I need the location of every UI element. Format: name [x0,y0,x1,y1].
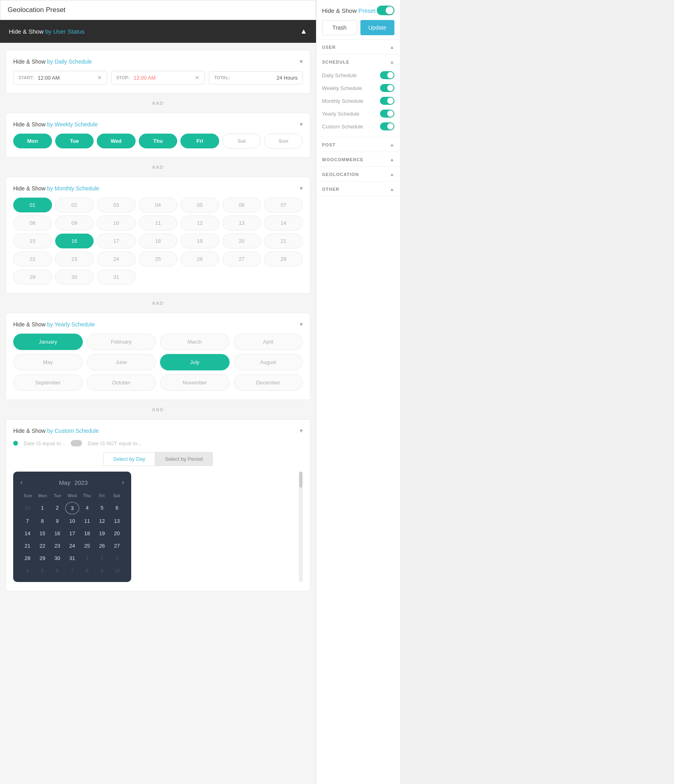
weekly-schedule-chevron[interactable]: ▾ [300,120,303,128]
cal-prev-button[interactable]: ‹ [20,479,22,486]
cal-day[interactable]: 30 [20,502,34,514]
cal-day[interactable]: 23 [50,540,64,552]
month-day-15[interactable]: 15 [13,234,52,248]
cal-day[interactable]: 6 [50,565,64,576]
cal-day[interactable]: 18 [80,528,94,539]
cal-day[interactable]: 30 [50,552,64,564]
sidebar-section-header-woocommerce[interactable]: WOOCOMMERCE▲ [316,152,400,166]
month-day-17[interactable]: 17 [97,234,136,248]
scroll-thumb[interactable] [299,472,302,488]
sidebar-chevron-other[interactable]: ▲ [390,186,394,192]
month-day-29[interactable]: 29 [13,270,52,284]
day-btn-mon[interactable]: Mon [13,134,52,148]
month-day-21[interactable]: 21 [264,234,303,248]
start-clear-icon[interactable]: ✕ [97,74,102,81]
year-month-may[interactable]: May [13,354,83,370]
scroll-track[interactable] [299,472,303,582]
month-day-18[interactable]: 18 [139,234,178,248]
cal-day[interactable]: 10 [65,515,79,527]
schedule-item-toggle[interactable] [380,110,394,118]
year-month-january[interactable]: January [13,334,83,350]
day-btn-wed[interactable]: Wed [97,134,136,148]
sidebar-section-header-schedule[interactable]: SCHEDULE▲ [316,54,400,69]
cal-day[interactable]: 19 [95,528,109,539]
month-day-05[interactable]: 05 [180,198,219,212]
cal-day[interactable]: 31 [65,552,79,564]
year-month-march[interactable]: March [160,334,230,350]
user-status-chevron[interactable]: ▲ [300,27,307,36]
month-day-11[interactable]: 11 [139,216,178,230]
cal-day[interactable]: 16 [50,528,64,539]
cal-day[interactable]: 8 [80,565,94,576]
month-day-12[interactable]: 12 [180,216,219,230]
cal-day[interactable]: 6 [110,502,124,514]
cal-day[interactable]: 9 [50,515,64,527]
day-btn-sat[interactable]: Sat [222,134,261,148]
cal-day[interactable]: 12 [95,515,109,527]
year-month-february[interactable]: February [87,334,156,350]
cal-next-button[interactable]: › [122,479,124,486]
trash-button[interactable]: Trash [322,20,357,35]
sidebar-chevron-geolocation[interactable]: ▲ [390,172,394,177]
month-day-30[interactable]: 30 [55,270,94,284]
cal-day[interactable]: 7 [20,515,34,527]
preset-toggle[interactable] [377,6,394,15]
cal-day[interactable]: 4 [20,565,34,576]
month-day-06[interactable]: 06 [222,198,261,212]
schedule-item-toggle[interactable] [380,84,394,92]
cal-day[interactable]: 4 [80,502,94,514]
month-day-23[interactable]: 23 [55,252,94,266]
cal-day[interactable]: 27 [110,540,124,552]
cal-day[interactable]: 26 [95,540,109,552]
month-day-08[interactable]: 08 [13,216,52,230]
cal-day[interactable]: 17 [65,528,79,539]
cal-day[interactable]: 29 [35,552,49,564]
cal-day[interactable]: 20 [110,528,124,539]
month-day-25[interactable]: 25 [139,252,178,266]
month-day-27[interactable]: 27 [222,252,261,266]
month-day-19[interactable]: 19 [180,234,219,248]
month-day-14[interactable]: 14 [264,216,303,230]
cal-day[interactable]: 15 [35,528,49,539]
year-month-april[interactable]: April [234,334,303,350]
cal-day[interactable]: 7 [65,565,79,576]
sidebar-section-header-user[interactable]: USER▲ [316,40,400,54]
sidebar-chevron-schedule[interactable]: ▲ [390,59,394,65]
monthly-schedule-chevron[interactable]: ▾ [300,184,303,192]
cal-day[interactable]: 10 [110,565,124,576]
cal-day[interactable]: 1 [35,502,49,514]
cal-day[interactable]: 5 [95,502,109,514]
year-month-december[interactable]: December [234,374,303,391]
schedule-item-toggle[interactable] [380,122,394,130]
month-day-04[interactable]: 04 [139,198,178,212]
month-day-16[interactable]: 16 [55,234,94,248]
cal-day[interactable]: 28 [20,552,34,564]
select-by-period-tab[interactable]: Select by Period [155,452,213,466]
sidebar-chevron-woocommerce[interactable]: ▲ [390,157,394,162]
month-day-24[interactable]: 24 [97,252,136,266]
cal-day[interactable]: 14 [20,528,34,539]
sidebar-chevron-post[interactable]: ▲ [390,142,394,148]
stop-time-field[interactable]: STOP: 12:00 AM ✕ [111,71,205,84]
year-month-july[interactable]: July [160,354,230,370]
year-month-november[interactable]: November [160,374,230,391]
date-not-toggle[interactable] [71,440,82,446]
month-day-28[interactable]: 28 [264,252,303,266]
sidebar-section-header-geolocation[interactable]: GEOLOCATION▲ [316,167,400,181]
month-day-10[interactable]: 10 [97,216,136,230]
sidebar-chevron-user[interactable]: ▲ [390,44,394,50]
year-month-june[interactable]: June [87,354,156,370]
update-button[interactable]: Update [360,20,395,35]
cal-day[interactable]: 25 [80,540,94,552]
year-month-september[interactable]: September [13,374,83,391]
day-btn-tue[interactable]: Tue [55,134,94,148]
year-month-october[interactable]: October [87,374,156,391]
cal-day[interactable]: 9 [95,565,109,576]
month-day-26[interactable]: 26 [180,252,219,266]
month-day-31[interactable]: 31 [97,270,136,284]
stop-clear-icon[interactable]: ✕ [195,74,200,81]
cal-day[interactable]: 13 [110,515,124,527]
schedule-item-toggle[interactable] [380,97,394,105]
month-day-01[interactable]: 01 [13,198,52,212]
start-time-field[interactable]: START: 12:00 AM ✕ [13,71,107,84]
